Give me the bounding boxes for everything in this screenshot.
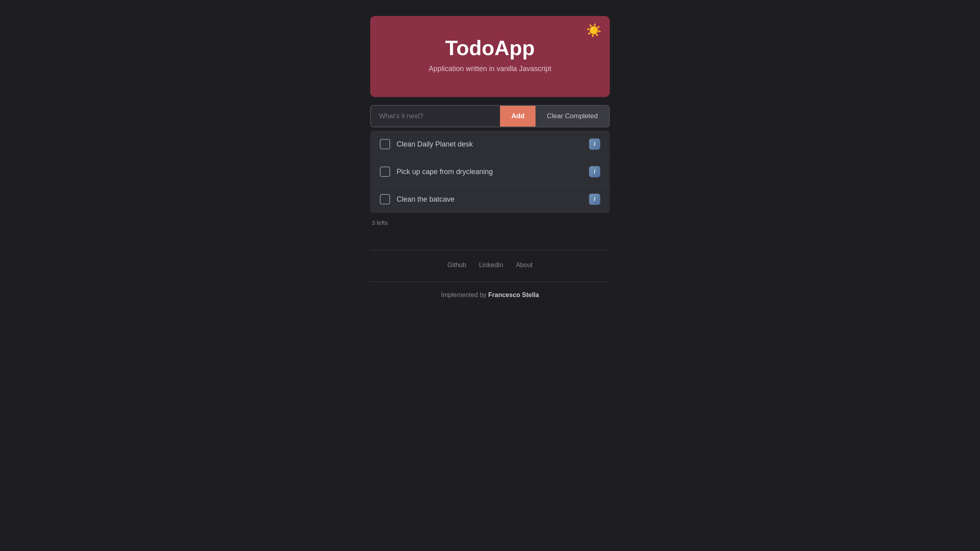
clear-completed-button[interactable]: Clear Completed [536,106,609,127]
bottom-divider [370,281,610,282]
top-divider [370,250,610,250]
todo-text-3: Clean the batcave [397,195,583,204]
todo-checkbox-1[interactable] [380,139,390,149]
app-title: TodoApp [386,36,594,60]
info-icon-3[interactable]: i [589,194,600,205]
todo-checkbox-3[interactable] [380,194,390,204]
todo-text-2: Pick up cape from drycleaning [397,168,583,176]
theme-toggle-button[interactable]: ☀️ [586,24,602,37]
add-button[interactable]: Add [500,106,536,127]
footer-links: Github LinkedIn About [370,262,610,269]
counter-text: 3 lefts [370,219,610,226]
todo-item: Pick up cape from drycleaning i [370,158,610,186]
header-card: ☀️ TodoApp Application written in vanill… [370,16,610,97]
todo-text-1: Clean Daily Planet desk [397,140,583,149]
linkedin-link[interactable]: LinkedIn [479,262,503,269]
credit-author: Francesco Stella [488,291,539,298]
info-icon-2[interactable]: i [589,166,600,177]
todo-checkbox-2[interactable] [380,166,390,177]
sun-icon: ☀️ [586,23,602,38]
input-row: Add Clear Completed [370,105,610,127]
todo-list: Clean Daily Planet desk i Pick up cape f… [370,131,610,213]
info-icon-1[interactable]: i [589,139,600,150]
app-subtitle: Application written in vanilla Javascrip… [386,65,594,73]
footer-credit: Implemented by Francesco Stella [370,291,610,299]
app-container: ☀️ TodoApp Application written in vanill… [370,16,610,299]
todo-input[interactable] [371,106,500,127]
todo-item: Clean the batcave i [370,186,610,213]
about-link[interactable]: About [516,262,533,269]
todo-item: Clean Daily Planet desk i [370,131,610,158]
credit-prefix: Implemented by [441,291,488,298]
github-link[interactable]: Github [447,262,466,269]
